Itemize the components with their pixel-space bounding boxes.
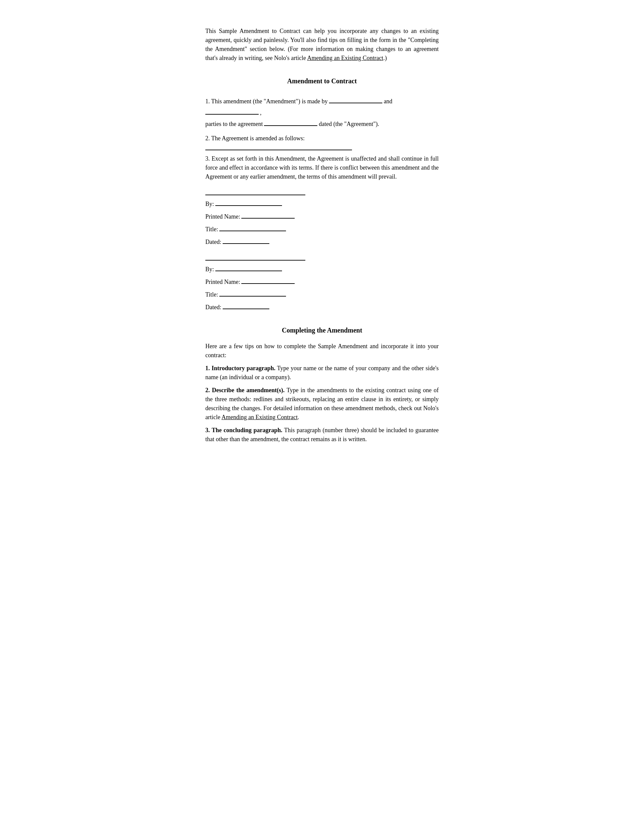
- clause-3-text: Except as set forth in this Amendment, t…: [205, 155, 439, 180]
- completing-intro: Here are a few tips on how to complete t…: [205, 342, 439, 360]
- clause-2-text: The Agreement is amended as follows:: [211, 135, 305, 142]
- completing-title: Completing the Amendment: [205, 325, 439, 335]
- sig1-dated-field: Dated:: [205, 236, 439, 246]
- clause-1-row-b: parties to the agreement dated (the "Agr…: [205, 119, 439, 129]
- intro-text-end: .): [383, 55, 387, 61]
- sig1-title-field: Title:: [205, 224, 439, 234]
- clause-2: 2. The Agreement is amended as follows:: [205, 134, 439, 143]
- completing-item-2-end: .: [298, 414, 299, 420]
- sig1-dated-label: Dated:: [205, 238, 221, 246]
- sig2-dated-blank: [223, 302, 269, 309]
- sig2-printed-name-field: Printed Name:: [205, 277, 439, 286]
- clause-1-and: and: [384, 97, 392, 106]
- sig1-title-blank: [219, 224, 286, 231]
- clause-1: 1. This amendment (the "Amendment") is m…: [205, 96, 439, 129]
- clause-2-separator: [205, 150, 352, 150]
- sig1-by-field: By:: [205, 199, 439, 209]
- completing-section: Completing the Amendment Here are a few …: [205, 325, 439, 444]
- sig1-line: [205, 195, 305, 195]
- clause-1-text-e: dated (the "Agreement").: [319, 120, 379, 129]
- page: This Sample Amendment to Contract can he…: [179, 0, 465, 474]
- clause-3-number: 3.: [205, 155, 210, 162]
- clause-1-row-a: 1. This amendment (the "Amendment") is m…: [205, 96, 439, 117]
- completing-item-3-bold: 3. The concluding paragraph.: [205, 427, 282, 434]
- completing-item-2: 2. Describe the amendment(s). Type in th…: [205, 386, 439, 422]
- sig1-printed-name-label: Printed Name:: [205, 212, 240, 221]
- clause-2-number: 2.: [205, 135, 210, 142]
- signature-block-2: By: Printed Name: Title: Dated:: [205, 260, 439, 312]
- sig2-title-blank: [219, 289, 286, 297]
- clause-1-comma: ,: [260, 108, 262, 117]
- completing-item-1-bold: 1. Introductory paragraph.: [205, 365, 275, 371]
- sig1-by-label: By:: [205, 199, 214, 209]
- sig2-printed-name-blank: [242, 277, 295, 284]
- clause-1-blank-2: [205, 107, 259, 115]
- document-title: Amendment to Contract: [205, 76, 439, 86]
- sig1-title-label: Title:: [205, 225, 218, 234]
- sig1-by-blank: [215, 199, 282, 206]
- sig2-printed-name-label: Printed Name:: [205, 278, 240, 286]
- completing-item-1: 1. Introductory paragraph. Type your nam…: [205, 364, 439, 382]
- signature-block-1: By: Printed Name: Title: Dated:: [205, 195, 439, 246]
- sig1-dated-blank: [223, 236, 269, 244]
- sig2-line: [205, 260, 305, 261]
- amending-link-1[interactable]: Amending an Existing Contract: [307, 55, 383, 61]
- clause-1-text-d: parties to the agreement: [205, 120, 262, 129]
- clause-1-blank-1: [329, 96, 382, 103]
- intro-paragraph: This Sample Amendment to Contract can he…: [205, 27, 439, 63]
- clause-1-blank-3: [264, 119, 317, 126]
- amending-link-2[interactable]: Amending an Existing Contract: [221, 414, 297, 420]
- sig2-by-blank: [215, 264, 282, 271]
- sig2-title-field: Title:: [205, 289, 439, 299]
- sig2-dated-label: Dated:: [205, 303, 221, 312]
- completing-item-2-bold: 2. Describe the amendment(s).: [205, 387, 285, 394]
- clause-3: 3. Except as set forth in this Amendment…: [205, 154, 439, 181]
- sig2-dated-field: Dated:: [205, 302, 439, 312]
- sig1-printed-name-blank: [242, 211, 295, 219]
- sig2-by-field: By:: [205, 264, 439, 274]
- completing-item-3: 3. The concluding paragraph. This paragr…: [205, 426, 439, 444]
- sig1-printed-name-field: Printed Name:: [205, 211, 439, 221]
- sig2-by-label: By:: [205, 265, 214, 274]
- clause-1-text-a: This amendment (the "Amendment") is made…: [211, 97, 328, 106]
- sig2-title-label: Title:: [205, 290, 218, 299]
- clause-1-number: 1.: [205, 97, 210, 106]
